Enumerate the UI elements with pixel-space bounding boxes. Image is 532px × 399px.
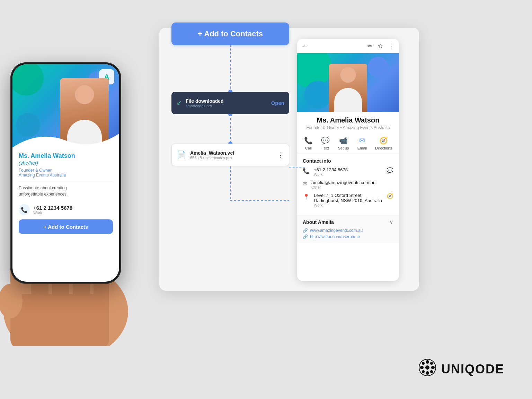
svg-point-25 [430,362,433,365]
svg-point-27 [430,370,433,373]
email-label: Email [357,146,367,150]
twitter-link[interactable]: 🔗 http://twitter.com/username [303,234,393,239]
email-value: amelia@amazingevents.com.au [311,180,393,185]
call-label: Call [305,146,312,150]
brand-name: UNIQODE [441,362,504,377]
twitter-icon: 🔗 [303,234,308,239]
star-icon[interactable]: ☆ [378,42,383,50]
website-link[interactable]: 🔗 www.amazingevents.com.au [303,228,393,233]
about-section: About Amelia ∨ 🔗 www.amazingevents.com.a… [297,215,399,243]
email-icon: ✉ [359,136,365,145]
about-header: About Amelia ∨ [303,219,393,225]
directions-row-action[interactable]: 🧭 [387,193,393,199]
phone-hero-shape-1 [12,64,44,96]
vcf-filename: Amelia_Watson.vcf [190,150,273,156]
open-button[interactable]: Open [271,100,284,106]
phone-add-contacts-label: + Add to Contacts [44,224,88,230]
phone-content: Ms. Amelia Watson (she/her) Founder & Ow… [12,147,119,234]
website-value: www.amazingevents.com.au [310,228,363,233]
vcf-meta: 656 kB • smartcodes.pro [190,156,273,160]
address-content: Level 7, 1 Oxford Street, Darlinghurst, … [314,193,382,207]
call-icon: 📞 [304,136,313,145]
text-icon: 💬 [321,136,330,145]
contact-avatar [297,64,399,112]
phone-bio: Passionate about creatingunforgettable e… [19,185,113,197]
contact-title: Founder & Owner • Amazing Events Austral… [303,125,393,130]
phone-value: +61 2 1234 5678 [314,167,382,172]
person-silhouette [329,64,367,112]
address-row-icon: 📍 [303,193,310,200]
svg-point-26 [422,370,425,373]
text-label: Text [322,146,329,150]
contacts-topbar: ← ✏ ☆ ⋮ [297,39,399,53]
more-options-icon[interactable]: ⋮ [277,151,284,159]
message-row-action[interactable]: 💬 [387,167,393,174]
contact-info-section: Contact info 📞 +61 2 1234 5678 Work 💬 ✉ … [297,154,399,215]
address-value: Level 7, 1 Oxford Street, Darlinghurst, … [314,193,382,203]
phone-pronouns: (she/her) [19,160,113,166]
file-icon: 📄 [177,151,186,160]
phone-mockup: A Ms. Amelia Watson (she/her) Founder & … [10,62,121,284]
uniqode-logo-icon [418,359,436,380]
twitter-value: http://twitter.com/username [310,234,360,239]
email-action[interactable]: ✉ Email [357,136,367,150]
brand-area: UNIQODE [418,359,504,380]
phone-phone-row: 📞 +61 2 1234 5678 Work [19,201,113,215]
directions-action[interactable]: 🧭 Directions [375,136,392,150]
email-row-icon: ✉ [303,181,307,187]
phone-contact-name: Ms. Amelia Watson [19,152,113,160]
file-downloaded-title: File downloaded [186,98,268,104]
call-action[interactable]: 📞 Call [304,136,313,150]
email-content: amelia@amazingevents.com.au Other [311,180,393,189]
setup-label: Set up [338,146,349,150]
topbar-action-icons: ✏ ☆ ⋮ [367,42,394,50]
contact-info-header: Contact info [303,158,393,164]
file-downloaded-subtitle: smartcodes.pro [186,104,268,108]
file-downloaded-text: File downloaded smartcodes.pro [186,98,268,108]
phone-divider [19,181,113,181]
phone-hero: A [12,64,119,147]
directions-label: Directions [375,146,392,150]
add-to-contacts-button[interactable]: + Add to Contacts [171,22,289,45]
directions-icon: 🧭 [379,136,388,145]
phone-row: 📞 +61 2 1234 5678 Work 💬 [303,167,393,176]
contact-name: Ms. Amelia Watson [303,116,393,124]
svg-point-23 [431,366,435,369]
email-type-label: Other [311,185,393,189]
phone-call-icon: 📞 [19,204,30,215]
setup-action[interactable]: 📹 Set up [338,136,349,150]
phone-company: Amazing Events Australia [19,173,113,178]
more-icon[interactable]: ⋮ [388,42,394,50]
about-title: About Amelia [303,219,334,225]
phone-add-contacts-button[interactable]: + Add to Contacts [19,219,113,234]
phone-number-block: +61 2 1234 5678 Work [33,205,72,215]
check-icon: ✓ [176,99,182,107]
phone-wave [12,130,119,147]
file-downloaded-notification: ✓ File downloaded smartcodes.pro Open [171,92,289,114]
vcf-file-row[interactable]: 📄 Amelia_Watson.vcf 656 kB • smartcodes.… [171,144,289,166]
phone-row-icon: 📞 [303,168,310,174]
contact-actions: 📞 Call 💬 Text 📹 Set up ✉ Email 🧭 Directi… [297,133,399,154]
contacts-panel: ← ✏ ☆ ⋮ Ms. Amelia Watson Founder [297,39,399,281]
about-chevron-icon[interactable]: ∨ [389,219,393,225]
phone-screen: A Ms. Amelia Watson (she/her) Founder & … [12,64,119,282]
add-to-contacts-label: + Add to Contacts [198,29,263,38]
contact-hero [297,53,399,112]
phone-job-title: Founder & Owner [19,168,113,173]
address-row: 📍 Level 7, 1 Oxford Street, Darlinghurst… [303,193,393,207]
phone-number-value: +61 2 1234 5678 [33,205,72,211]
back-icon[interactable]: ← [302,43,308,50]
vcf-text: Amelia_Watson.vcf 656 kB • smartcodes.pr… [190,150,273,160]
svg-point-28 [425,365,429,370]
address-type-label: Work [314,203,382,207]
avatar-image [329,64,367,112]
phone-work-label: Work [33,211,72,215]
contact-name-area: Ms. Amelia Watson Founder & Owner • Amaz… [297,112,399,133]
svg-point-21 [426,371,429,375]
scene: + Add to Contacts ✓ File downloaded smar… [0,0,532,399]
phone-content: +61 2 1234 5678 Work [314,167,382,176]
email-row: ✉ amelia@amazingevents.com.au Other [303,180,393,189]
text-action[interactable]: 💬 Text [321,136,330,150]
horizontal-connector [289,167,305,167]
edit-icon[interactable]: ✏ [367,42,373,50]
